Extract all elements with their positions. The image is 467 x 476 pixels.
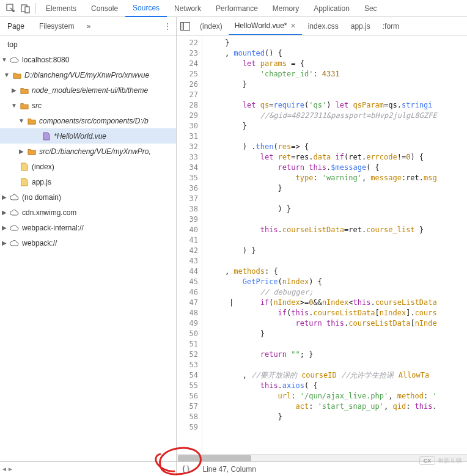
line-number[interactable]: 48 [177, 308, 198, 318]
code-line[interactable]: let ret=res.data if(ret.errcode!=0) { [207, 152, 467, 163]
code-line[interactable]: } [207, 183, 467, 194]
code-line[interactable]: // debugger; [207, 287, 467, 298]
pretty-print-icon[interactable]: {} [177, 465, 195, 474]
line-number[interactable]: 49 [177, 318, 198, 329]
tree-row[interactable]: ▶(no domain) [0, 189, 176, 205]
tab-memory[interactable]: Memory [265, 0, 306, 17]
code-line[interactable]: , methods: { [207, 266, 467, 277]
code-content[interactable]: } , mounted() { let params = { 'chapter_… [202, 35, 467, 461]
code-line[interactable]: 'chapter_id': 4331 [207, 69, 467, 79]
code-line[interactable]: this.courseListData=ret.course_list } [207, 225, 467, 235]
tree-row[interactable]: ▼components/src/components/D:/b [0, 113, 176, 128]
file-tab[interactable]: HelloWorld.vue*× [229, 17, 302, 35]
file-tab[interactable]: app.js [345, 17, 377, 35]
file-tab[interactable]: (index) [194, 17, 229, 35]
line-number[interactable]: 28 [177, 100, 198, 111]
code-line[interactable] [207, 422, 467, 433]
tree-row[interactable]: ▶src/D:/biancheng/VUE/myXnwPro, [0, 144, 176, 159]
tree-row[interactable]: ▶cdn.xnwimg.com [0, 205, 176, 220]
line-number[interactable]: 56 [177, 391, 198, 401]
code-line[interactable]: ) .then(res=> { [207, 142, 467, 152]
code-line[interactable] [207, 339, 467, 350]
line-number[interactable]: 53 [177, 360, 198, 370]
subtab-filesystem[interactable]: Filesystem [32, 17, 81, 35]
toggle-navigator-icon[interactable] [177, 17, 194, 35]
line-number[interactable]: 51 [177, 339, 198, 350]
kebab-menu-icon[interactable]: ⋮ [159, 22, 176, 31]
line-number[interactable]: 37 [177, 194, 198, 204]
tree-row[interactable]: ▼src [0, 98, 176, 113]
scroll-left-icon[interactable]: ◄ [1, 466, 7, 472]
tab-console[interactable]: Console [84, 0, 125, 17]
line-number[interactable]: 57 [177, 401, 198, 412]
chevron-right-icon[interactable]: ▶ [1, 209, 7, 216]
subtab-page[interactable]: Page [0, 17, 32, 35]
tree-row[interactable]: (index) [0, 159, 176, 174]
code-line[interactable]: , //要开放课的 courseID //允许学生抢课 AllowTa [207, 370, 467, 381]
tree-row[interactable]: app.js [0, 174, 176, 189]
code-line[interactable]: ) } [207, 204, 467, 214]
tree-row[interactable]: ▶webpack-internal:// [0, 220, 176, 235]
line-number[interactable]: 38 [177, 204, 198, 214]
code-line[interactable]: } [207, 412, 467, 422]
code-line[interactable]: type: 'warning', message:ret.msg [207, 173, 467, 183]
code-line[interactable]: } [207, 38, 467, 48]
code-line[interactable]: } [207, 329, 467, 339]
tab-performance[interactable]: Performance [208, 0, 265, 17]
line-number[interactable]: 41 [177, 235, 198, 246]
line-number[interactable]: 54 [177, 370, 198, 381]
line-number[interactable]: 43 [177, 256, 198, 266]
tab-sec[interactable]: Sec [357, 0, 384, 17]
tab-elements[interactable]: Elements [39, 0, 84, 17]
code-line[interactable]: act: 'start_snap_up', qid: this. [207, 401, 467, 412]
line-number[interactable]: 30 [177, 121, 198, 131]
code-line[interactable]: } [207, 121, 467, 131]
tree-row[interactable]: ▼localhost:8080 [0, 52, 176, 67]
code-line[interactable]: //&gid=40227311&passport=bHvp2julgL8GZFE [207, 111, 467, 121]
code-line[interactable] [207, 235, 467, 246]
tab-network[interactable]: Network [167, 0, 208, 17]
code-line[interactable] [207, 214, 467, 225]
line-number[interactable]: 55 [177, 381, 198, 391]
line-number[interactable]: 23 [177, 48, 198, 59]
tree-row[interactable]: *HelloWorld.vue [0, 128, 176, 144]
line-number[interactable]: 35 [177, 173, 198, 183]
chevron-down-icon[interactable]: ▼ [11, 102, 17, 109]
chevron-down-icon[interactable]: ▼ [1, 56, 7, 63]
line-number[interactable]: 27 [177, 90, 198, 100]
line-number[interactable]: 44 [177, 266, 198, 277]
code-line[interactable]: let params = { [207, 59, 467, 69]
line-number[interactable]: 50 [177, 329, 198, 339]
chevron-down-icon[interactable]: ▼ [18, 117, 24, 124]
code-line[interactable]: | if(nIndex>=0&&nIndex<this.courseListDa… [207, 298, 467, 308]
line-number[interactable]: 32 [177, 142, 198, 152]
tree-row[interactable]: ▶webpack:// [0, 235, 176, 251]
code-line[interactable] [207, 131, 467, 142]
line-number[interactable]: 33 [177, 152, 198, 163]
line-number[interactable]: 42 [177, 246, 198, 256]
chevron-right-icon[interactable]: ▶ [1, 224, 7, 231]
scrollbar-thumb[interactable] [178, 455, 251, 461]
code-line[interactable]: } [207, 79, 467, 90]
chevron-right-icon[interactable]: ▶ [1, 240, 7, 246]
code-line[interactable]: return ""; } [207, 350, 467, 360]
device-toggle-icon[interactable] [18, 1, 33, 16]
code-line[interactable]: let qs=require('qs') let qsParam=qs.stri… [207, 100, 467, 111]
code-line[interactable] [207, 90, 467, 100]
line-number[interactable]: 22 [177, 38, 198, 48]
line-number[interactable]: 25 [177, 69, 198, 79]
tab-sources[interactable]: Sources [125, 0, 167, 17]
close-icon[interactable]: × [291, 21, 296, 31]
code-line[interactable]: ) } [207, 246, 467, 256]
scroll-right-icon[interactable]: ► [7, 466, 13, 472]
code-line[interactable]: , mounted() { [207, 48, 467, 59]
line-number[interactable]: 58 [177, 412, 198, 422]
code-line[interactable]: GetPrice(nIndex) { [207, 277, 467, 287]
code-editor[interactable]: 2223242526272829303132333435363738394041… [177, 35, 467, 461]
code-line[interactable]: this.axios( { [207, 381, 467, 391]
code-line[interactable]: url: '/qun/ajax_live.php', method: ' [207, 391, 467, 401]
line-number[interactable]: 29 [177, 111, 198, 121]
code-line[interactable] [207, 256, 467, 266]
file-tab[interactable]: index.css [302, 17, 345, 35]
line-number[interactable]: 31 [177, 131, 198, 142]
